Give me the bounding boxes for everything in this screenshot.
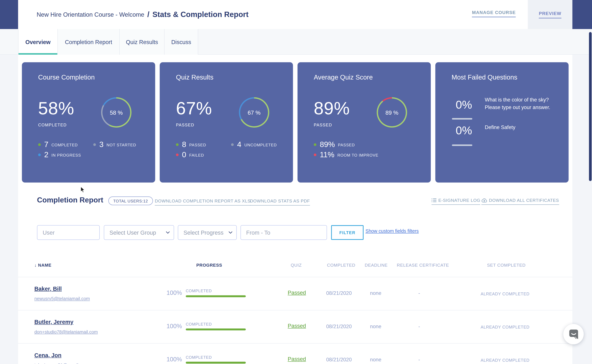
legend-label: ROOM TO IMPROVE <box>337 153 378 157</box>
preview-link[interactable]: PREVIEW <box>539 11 561 18</box>
user-email-link[interactable]: newusrv5@telaniamail.com <box>34 296 90 301</box>
progress-status-label: COMPLETED <box>186 355 212 359</box>
legend-value: 3 <box>99 140 103 149</box>
user-name-link[interactable]: Cena, Jon <box>34 352 61 358</box>
column-deadline[interactable]: DEADLINE <box>365 263 388 267</box>
completed-date: 08/21/2020 <box>326 357 352 362</box>
card-most-failed-questions: Most Failed Questions 0% What is the col… <box>435 62 569 182</box>
main-content: Course Completion 58% COMPLETED 58 % 7 C… <box>18 55 572 364</box>
app-frame-right <box>572 0 592 29</box>
cloud-download-icon <box>481 198 487 202</box>
legend-label: COMPLETED <box>51 143 78 147</box>
set-completed-value: ALREADY COMPLETED <box>481 358 530 362</box>
user-name-link[interactable]: Butler, Jeremy <box>34 319 73 325</box>
donut-center-value: 89 % <box>374 94 410 130</box>
card-course-completion: Course Completion 58% COMPLETED 58 % 7 C… <box>22 62 155 182</box>
user-group-select[interactable]: Select User Group <box>104 225 174 240</box>
total-users-badge: TOTAL USERS:12 <box>108 196 153 205</box>
column-release-certificate[interactable]: RELEASE CERTIFICATE <box>397 263 449 267</box>
breadcrumb-course[interactable]: New Hire Orientation Course - Welcome <box>37 11 144 18</box>
download-all-certificates-label: DOWNLOAD ALL CERTIFICATES <box>489 198 559 202</box>
filter-button[interactable]: FILTER <box>331 225 364 240</box>
progress-percentage: 100% <box>166 290 182 296</box>
list-icon <box>432 198 437 202</box>
big-percentage-label: COMPLETED <box>38 123 67 127</box>
scrollbar-thumb[interactable] <box>589 32 592 181</box>
column-name[interactable]: ↓ NAME <box>34 263 51 267</box>
preview-panel: PREVIEW <box>528 0 572 29</box>
column-quiz[interactable]: QUIZ <box>291 263 302 267</box>
completed-date: 08/21/2020 <box>326 290 352 296</box>
release-certificate-value: - <box>418 357 420 362</box>
breadcrumb-separator: / <box>147 10 149 19</box>
quiz-result-link[interactable]: Passed <box>288 356 306 362</box>
download-all-certificates-link[interactable]: DOWNLOAD ALL CERTIFICATES <box>481 198 559 205</box>
column-set-completed[interactable]: SET COMPLETED <box>487 263 525 267</box>
deadline-value: none <box>370 324 381 329</box>
breadcrumb: New Hire Orientation Course - Welcome / … <box>37 10 249 19</box>
legend-value: 7 <box>44 140 48 149</box>
stat-cards-row: Course Completion 58% COMPLETED 58 % 7 C… <box>22 62 569 182</box>
legend-label: FAILED <box>189 153 204 157</box>
big-percentage: 67% <box>176 98 212 118</box>
green-dot-icon <box>176 143 179 146</box>
tab-completion-report[interactable]: Completion Report <box>58 29 120 55</box>
big-percentage-label: PASSED <box>314 123 332 127</box>
legend-value: 2 <box>44 150 48 159</box>
big-percentage-label: PASSED <box>176 123 194 127</box>
quiz-result-link[interactable]: Passed <box>288 290 306 296</box>
header: New Hire Orientation Course - Welcome / … <box>18 0 528 29</box>
tab-quiz-results[interactable]: Quiz Results <box>120 29 165 55</box>
red-dot-icon <box>314 153 316 156</box>
legend-value: 89% <box>320 140 335 149</box>
quiz-result-link[interactable]: Passed <box>288 323 306 329</box>
card-average-quiz-score: Average Quiz Score 89% PASSED 89 % 89% P… <box>298 62 431 182</box>
show-custom-fields-filters-link[interactable]: Show custom fields filters <box>366 228 419 234</box>
user-email-link[interactable]: telania.user21@gmail.com <box>34 363 88 364</box>
deadline-value: none <box>370 357 381 362</box>
user-group-select-value: Select User Group <box>110 229 166 236</box>
donut-center-value: 67 % <box>236 94 272 130</box>
card-title: Average Quiz Score <box>314 74 373 82</box>
user-email-link[interactable]: don+studio78@telaniamail.com <box>34 329 98 334</box>
chat-widget-button[interactable] <box>563 324 584 344</box>
legend-label: NOT STARTED <box>106 143 136 147</box>
card-title: Quiz Results <box>176 74 213 82</box>
card-quiz-results: Quiz Results 67% PASSED 67 % 8 PASSED 4 … <box>160 62 293 182</box>
legend-value: 8 <box>182 140 186 149</box>
tab-overview[interactable]: Overview <box>18 29 58 55</box>
progress-bar <box>186 295 246 297</box>
set-completed-value: ALREADY COMPLETED <box>481 292 530 296</box>
completed-date: 08/21/2020 <box>326 324 352 329</box>
legend-value: 11% <box>320 150 334 159</box>
legend-item: 89% PASSED <box>314 140 355 149</box>
big-percentage: 89% <box>314 98 350 118</box>
release-certificate-value: - <box>418 324 420 329</box>
download-pdf-link[interactable]: DOWNLOAD STATS AS PDF <box>250 199 310 206</box>
card-title: Most Failed Questions <box>452 74 517 82</box>
legend-item: 11% ROOM TO IMPROVE <box>314 150 378 159</box>
legend-item: 4 UNCOMPLETED <box>231 140 277 149</box>
green-dot-icon <box>314 143 316 146</box>
download-xls-link[interactable]: DOWNLOAD COMPLETION REPORT AS XLS <box>155 199 251 206</box>
column-progress[interactable]: PROGRESS <box>196 263 222 267</box>
legend-item: 7 COMPLETED <box>38 140 78 149</box>
chevron-down-icon <box>166 231 170 234</box>
user-filter-input[interactable] <box>37 225 100 240</box>
manage-course-link[interactable]: MANAGE COURSE <box>472 10 516 17</box>
big-percentage: 58% <box>38 98 74 118</box>
tab-discuss[interactable]: Discuss <box>165 29 198 55</box>
download-pdf-label: DOWNLOAD STATS AS PDF <box>250 199 310 203</box>
date-range-input[interactable] <box>240 225 327 240</box>
user-name-link[interactable]: Baker, Bill <box>34 286 62 292</box>
question-fail-percentage: 0% <box>456 98 472 111</box>
card-title: Course Completion <box>38 74 95 82</box>
legend-value: 0 <box>182 150 186 159</box>
legend-value: 4 <box>237 140 241 149</box>
progress-select[interactable]: Select Progress <box>178 225 237 240</box>
table-row: Baker, Bill newusrv5@telaniamail.com 100… <box>18 277 572 310</box>
esignature-log-label: E-SIGNATURE LOG <box>438 198 480 202</box>
column-completed[interactable]: COMPLETED <box>327 263 355 267</box>
esignature-log-link[interactable]: E-SIGNATURE LOG <box>432 198 480 205</box>
progress-status-label: COMPLETED <box>186 322 212 326</box>
